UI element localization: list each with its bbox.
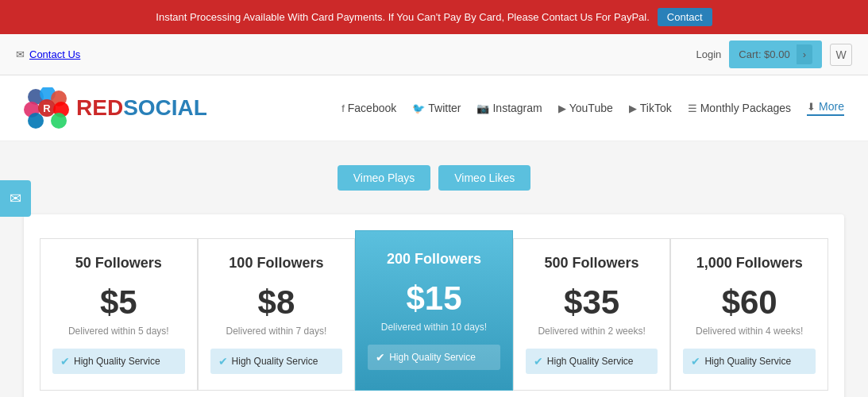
card-feature: ✔ High Quality Service — [368, 345, 500, 370]
card-title: 50 Followers — [52, 255, 185, 272]
top-banner: Instant Processing Available With Card P… — [0, 0, 868, 34]
card-price: $8 — [210, 283, 343, 322]
check-icon: ✔ — [376, 351, 385, 364]
pricing-grid: 50 Followers $5 Delivered within 5 days!… — [40, 238, 828, 391]
header: R REDSOCIAL f Facebook 🐦 Twitter 📷 Insta… — [0, 75, 868, 141]
twitter-icon: 🐦 — [412, 102, 425, 114]
card-delivery: Delivered within 4 weeks! — [683, 326, 816, 337]
nav-more[interactable]: ⬇ More — [807, 100, 844, 116]
tiktok-icon: ▶ — [629, 102, 637, 114]
cart-arrow-icon: › — [797, 44, 812, 64]
logo-text: REDSOCIAL — [76, 95, 207, 121]
nav-facebook[interactable]: f Facebook — [341, 102, 396, 114]
card-feature: ✔ High Quality Service — [52, 349, 185, 374]
card-delivery: Delivered within 2 weeks! — [526, 326, 658, 337]
card-price: $60 — [683, 283, 816, 322]
check-icon: ✔ — [218, 355, 228, 368]
check-icon: ✔ — [691, 355, 700, 368]
more-icon: ⬇ — [807, 101, 816, 113]
vimeo-likes-tab[interactable]: Vimeo Likes — [438, 165, 530, 191]
card-price: $35 — [526, 283, 658, 322]
card-delivery: Delivered within 10 days! — [368, 322, 500, 333]
nav-tiktok[interactable]: ▶ TikTok — [629, 102, 672, 114]
top-bar-left: ✉ Contact Us — [16, 48, 80, 60]
contact-us-link[interactable]: Contact Us — [29, 48, 80, 60]
pricing-card-500: 500 Followers $35 Delivered within 2 wee… — [513, 238, 671, 391]
logo[interactable]: R REDSOCIAL — [24, 87, 207, 129]
pricing-container: 50 Followers $5 Delivered within 5 days!… — [24, 214, 844, 397]
login-link[interactable]: Login — [696, 48, 722, 60]
envelope-icon: ✉ — [16, 48, 25, 60]
main-nav: f Facebook 🐦 Twitter 📷 Instagram ▶ YouTu… — [341, 100, 844, 116]
svg-point-6 — [28, 113, 44, 129]
nav-twitter[interactable]: 🐦 Twitter — [412, 102, 461, 114]
svg-text:R: R — [43, 102, 51, 114]
pricing-card-200-featured: 200 Followers $15 Delivered within 10 da… — [355, 230, 513, 391]
chat-button[interactable]: ✉ — [0, 180, 31, 217]
vimeo-plays-tab[interactable]: Vimeo Plays — [338, 165, 431, 191]
card-delivery: Delivered within 7 days! — [210, 326, 343, 337]
top-bar-right: Login Cart: $0.00 › W — [696, 40, 852, 68]
svg-point-7 — [51, 113, 67, 129]
pricing-card-50: 50 Followers $5 Delivered within 5 days!… — [40, 238, 198, 391]
card-price: $5 — [52, 283, 185, 322]
pricing-card-1000: 1,000 Followers $60 Delivered within 4 w… — [670, 238, 828, 391]
banner-text: Instant Processing Available With Card P… — [156, 11, 650, 23]
youtube-icon: ▶ — [558, 102, 566, 114]
top-bar: ✉ Contact Us Login Cart: $0.00 › W — [0, 34, 868, 75]
card-title: 1,000 Followers — [683, 255, 816, 272]
logo-icon: R — [24, 87, 70, 129]
card-feature: ✔ High Quality Service — [526, 349, 658, 374]
card-price: $15 — [368, 279, 500, 318]
wordpress-icon[interactable]: W — [830, 44, 852, 66]
card-feature: ✔ High Quality Service — [683, 349, 816, 374]
pricing-card-100: 100 Followers $8 Delivered within 7 days… — [198, 238, 356, 391]
tab-buttons: Vimeo Plays Vimeo Likes — [24, 165, 844, 191]
contact-button[interactable]: Contact — [658, 8, 712, 26]
instagram-icon: 📷 — [476, 102, 489, 114]
check-icon: ✔ — [60, 355, 70, 368]
card-title: 500 Followers — [526, 255, 658, 272]
monthly-packages-icon: ☰ — [688, 102, 697, 114]
cart-label: Cart: $0.00 — [739, 48, 789, 60]
nav-monthly-packages[interactable]: ☰ Monthly Packages — [688, 102, 791, 114]
card-title: 200 Followers — [368, 251, 500, 268]
nav-youtube[interactable]: ▶ YouTube — [558, 102, 613, 114]
facebook-icon: f — [341, 102, 345, 114]
check-icon: ✔ — [534, 355, 543, 368]
main-content: Vimeo Plays Vimeo Likes 50 Followers $5 … — [0, 141, 868, 397]
card-title: 100 Followers — [210, 255, 343, 272]
card-feature: ✔ High Quality Service — [210, 349, 343, 374]
cart-button[interactable]: Cart: $0.00 › — [729, 40, 822, 68]
card-delivery: Delivered within 5 days! — [52, 326, 185, 337]
nav-instagram[interactable]: 📷 Instagram — [476, 102, 542, 114]
